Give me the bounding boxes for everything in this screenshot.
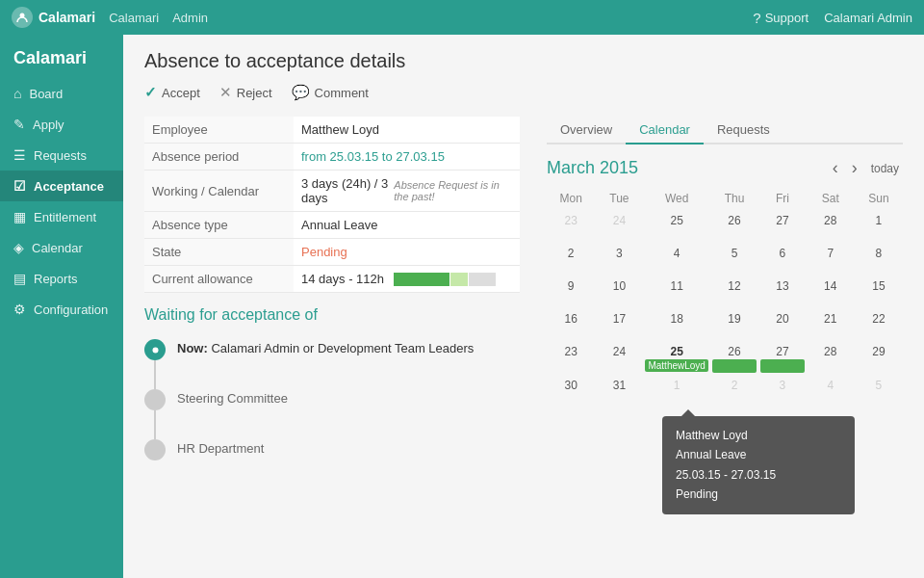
calendar-cell: 25 bbox=[643, 211, 709, 244]
calendar-cell: 24 bbox=[595, 211, 643, 244]
workflow-step-1: Now: Calamari Admin or Development Team … bbox=[144, 339, 520, 389]
allowance-value: 14 days - 112h bbox=[294, 266, 520, 293]
calendar-event[interactable]: MatthewLoyd bbox=[645, 359, 707, 372]
working-calendar-label: Working / Calendar bbox=[144, 171, 294, 212]
calendar-cell: 20 bbox=[758, 309, 807, 342]
accept-button[interactable]: ✓ Accept bbox=[144, 84, 200, 101]
calendar-cell: 1 bbox=[855, 211, 903, 244]
tab-requests[interactable]: Requests bbox=[704, 117, 783, 144]
sidebar-item-acceptance[interactable]: ☑ Acceptance bbox=[0, 171, 123, 201]
tab-overview[interactable]: Overview bbox=[547, 117, 626, 144]
state-label: State bbox=[144, 239, 294, 266]
calendar-cell: 15 bbox=[855, 276, 903, 309]
calendar-cell: 23 bbox=[547, 211, 595, 244]
action-buttons: ✓ Accept ✕ Reject 💬 Comment bbox=[144, 84, 903, 101]
calendar-cell: 5 bbox=[710, 244, 758, 276]
sidebar-item-apply[interactable]: ✎ Apply bbox=[0, 109, 123, 140]
sidebar-item-calendar[interactable]: ◈ Calendar bbox=[0, 232, 123, 263]
calendar-cell: 7 bbox=[807, 244, 855, 276]
step1-circle bbox=[144, 339, 166, 360]
past-warning: Absence Request is in the past! bbox=[394, 179, 512, 202]
calendar-cell: 27 bbox=[758, 342, 807, 376]
calendar-event-cont[interactable] bbox=[712, 359, 757, 373]
calendar-cell: 24 bbox=[595, 342, 643, 376]
step2-circle bbox=[144, 389, 166, 410]
support-icon: ? bbox=[753, 10, 760, 26]
page-title: Absence to acceptance details bbox=[144, 50, 903, 72]
calendar-cell: 19 bbox=[710, 309, 758, 342]
content-area: Absence to acceptance details ✓ Accept ✕… bbox=[123, 35, 924, 578]
tooltip-type: Annual Leave bbox=[676, 445, 841, 464]
calendar-next[interactable]: › bbox=[848, 156, 861, 180]
calendar-tabs: Overview Calendar Requests bbox=[547, 117, 903, 144]
details-section: Employee Matthew Loyd Absence period fro… bbox=[144, 117, 520, 514]
step3-label: HR Department bbox=[177, 441, 264, 456]
reject-icon: ✕ bbox=[219, 84, 232, 101]
accept-icon: ✓ bbox=[144, 84, 157, 101]
absence-period-value: from 25.03.15 to 27.03.15 bbox=[294, 144, 520, 171]
details-table: Employee Matthew Loyd Absence period fro… bbox=[144, 117, 520, 293]
calendar-cell: 22 bbox=[855, 309, 903, 342]
calendar-cell: 12 bbox=[710, 276, 758, 309]
calendar-prev[interactable]: ‹ bbox=[829, 156, 842, 180]
calendar-today[interactable]: today bbox=[867, 160, 903, 177]
edit-icon: ✎ bbox=[13, 117, 25, 132]
calendar-event-cont[interactable] bbox=[760, 359, 805, 373]
workflow-step-2: Steering Committee bbox=[144, 389, 520, 439]
sidebar: Calamari ⌂ Board ✎ Apply ☰ Requests ☑ Ac… bbox=[0, 35, 123, 578]
sidebar-item-configuration[interactable]: ⚙ Configuration bbox=[0, 294, 123, 325]
sidebar-item-entitlement[interactable]: ▦ Entitlement bbox=[0, 201, 123, 232]
reject-button[interactable]: ✕ Reject bbox=[219, 84, 272, 101]
calendar-cell: 17 bbox=[595, 309, 643, 342]
calendar-cell: 6 bbox=[758, 244, 807, 276]
calendar-cell: 2 bbox=[710, 376, 758, 408]
absence-type-value: Annual Leave bbox=[294, 212, 520, 239]
sidebar-item-requests[interactable]: ☰ Requests bbox=[0, 140, 123, 171]
allowance-label: Current allowance bbox=[144, 266, 294, 293]
svg-point-1 bbox=[152, 347, 158, 353]
absence-type-label: Absence type bbox=[144, 212, 294, 239]
calendar-cell: 13 bbox=[758, 276, 807, 309]
calendar-cell: 3 bbox=[758, 376, 807, 408]
workflow-steps: Now: Calamari Admin or Development Team … bbox=[144, 339, 520, 460]
comment-button[interactable]: 💬 Comment bbox=[292, 84, 369, 101]
nav-admin[interactable]: Admin bbox=[172, 11, 208, 25]
calendar-cell: 28 bbox=[807, 211, 855, 244]
calendar-cell: 14 bbox=[807, 276, 855, 309]
calendar-cell: 10 bbox=[595, 276, 643, 309]
sidebar-item-board[interactable]: ⌂ Board bbox=[0, 78, 123, 109]
support-link[interactable]: ? Support bbox=[753, 10, 808, 26]
tab-calendar[interactable]: Calendar bbox=[626, 117, 704, 144]
absence-period-label: Absence period bbox=[144, 144, 294, 171]
step3-circle bbox=[144, 439, 166, 460]
calendar-section: Overview Calendar Requests March 2015 ‹ … bbox=[547, 117, 903, 514]
calendar-cell: 18 bbox=[643, 309, 709, 342]
calendar-cell: 16 bbox=[547, 309, 595, 342]
calendar-cell: 4 bbox=[643, 244, 709, 276]
nav-right: ? Support Calamari Admin bbox=[753, 10, 912, 26]
calendar-cell: 25MatthewLoyd bbox=[643, 342, 709, 376]
bar-chart-icon: ▦ bbox=[13, 209, 26, 224]
calendar-cell: 8 bbox=[855, 244, 903, 276]
step2-label: Steering Committee bbox=[177, 391, 288, 406]
calendar-cell: 2 bbox=[547, 244, 595, 276]
workflow-step-3: HR Department bbox=[144, 439, 520, 460]
calendar-grid: MonTueWedThuFriSatSun 232425262728123456… bbox=[547, 188, 903, 408]
employee-label: Employee bbox=[144, 117, 294, 144]
working-calendar-value: 3 days (24h) / 3 days Absence Request is… bbox=[294, 171, 520, 212]
admin-user[interactable]: Calamari Admin bbox=[824, 11, 912, 25]
calendar-cell: 27 bbox=[758, 211, 807, 244]
top-nav: Calamari Calamari Admin ? Support Calama… bbox=[0, 0, 924, 35]
chart-icon: ▤ bbox=[13, 271, 26, 286]
calendar-cell: 4 bbox=[807, 376, 855, 408]
calendar-cell: 26 bbox=[710, 342, 758, 376]
calendar-cell: 1 bbox=[643, 376, 709, 408]
home-icon: ⌂ bbox=[13, 86, 21, 101]
config-icon: ⚙ bbox=[13, 302, 26, 317]
tooltip-name: Matthew Loyd bbox=[676, 426, 841, 445]
nav-calamari[interactable]: Calamari bbox=[109, 11, 159, 25]
logo-icon bbox=[12, 7, 33, 28]
tooltip-period: 25.03.15 - 27.03.15 bbox=[676, 465, 841, 485]
sidebar-item-reports[interactable]: ▤ Reports bbox=[0, 263, 123, 294]
calendar-cell: 21 bbox=[807, 309, 855, 342]
